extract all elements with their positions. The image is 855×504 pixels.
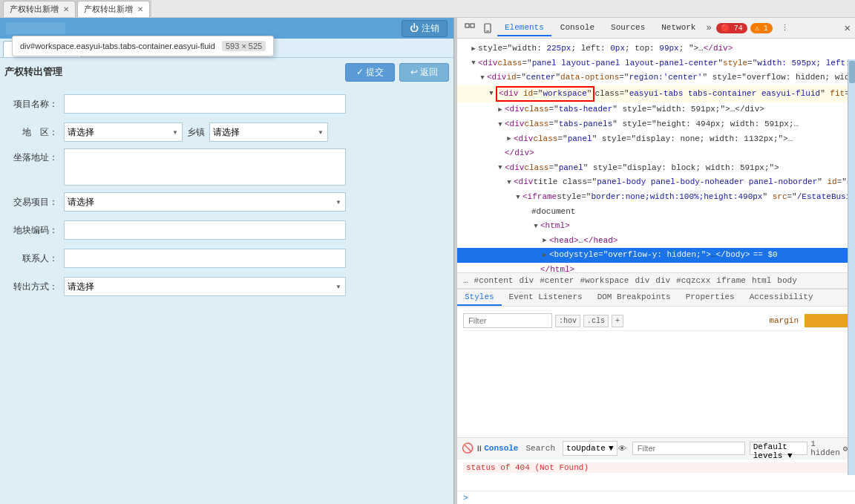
hov-filter-btn[interactable]: :hov [555,315,580,327]
dom-line-document[interactable]: ▶ #document [457,205,855,220]
devtools-close-button[interactable]: ✕ [845,22,851,34]
expand-0[interactable]: ▶ [469,44,478,54]
submit-label: 提交 [366,66,384,79]
error-prefix: status of 404 (Not Found) [466,463,589,472]
console-input-row: > [457,491,855,504]
console-context-select[interactable]: toUpdate ▼ [563,441,617,456]
dom-line-iframe[interactable]: ▼ <iframe style="border:none;width:100%;… [457,190,855,205]
form-row-contact: 联系人： [4,246,449,270]
browser-tab-2[interactable]: 产权转出新增 ✕ [77,1,150,17]
expand-iframe[interactable]: ▼ [514,192,522,203]
label-region: 地 区： [4,126,64,139]
expand-tabs-header[interactable]: ▶ [496,105,505,115]
dom-line-head[interactable]: ▶ <head>…</head> [457,234,855,249]
dom-line-1[interactable]: ▼ <div class="panel layout-panel layout-… [457,56,855,71]
console-content: status of 404 (Not Found) [457,459,855,491]
breadcrumb-div3[interactable]: div [655,276,670,285]
expand-1[interactable]: ▼ [469,58,478,68]
expand-panel-none[interactable]: ▶ [505,134,514,144]
browser-tab-2-label: 产权转出新增 [84,4,133,15]
breadcrumb-div1[interactable]: div [519,276,534,285]
form-toolbar: ✓ 提交 ↩ 返回 [345,63,449,82]
tab-dom-breakpoints[interactable]: DOM Breakpoints [590,289,678,306]
dom-line-close-1[interactable]: ▶ </div> [457,146,855,161]
tab-properties[interactable]: Properties [678,289,742,306]
equals-dollar-0: == $0 [753,249,778,262]
add-rule-btn[interactable]: + [612,315,623,327]
dom-line-panel-none[interactable]: ▶ <div class="panel" style="display: non… [457,132,855,147]
devtools-tab-elements[interactable]: Elements [497,20,551,36]
input-code[interactable] [64,220,346,240]
breadcrumb-workspace[interactable]: #workspace [580,276,629,285]
breadcrumb-dots[interactable]: … [463,276,468,285]
breadcrumb-content[interactable]: #content [474,276,514,285]
dom-line-workspace[interactable]: ▼ <div id="workspace" class="easyui-tabs… [457,85,855,103]
dom-line-0[interactable]: ▶ style="width: 225px; left: 0px; top: 9… [457,42,855,56]
console-level-select[interactable]: Default levels ▼ [750,442,808,455]
dom-line-tabs-panels[interactable]: ▼ <div class="tabs-panels" style="height… [457,117,855,132]
breadcrumb-center[interactable]: #center [540,276,574,285]
tab-styles[interactable]: Styles [457,289,502,306]
expand-body[interactable]: ▶ [540,250,549,261]
filter-bar: :hov .cls + margin [463,311,849,331]
dom-line-panel-body[interactable]: ▼ <div title class="panel-body panel-bod… [457,175,855,190]
select-region[interactable]: 请选择 [64,122,183,142]
breadcrumb-body[interactable]: body [777,276,796,285]
expand-panel-block[interactable]: ▼ [496,163,505,173]
expand-panel-body[interactable]: ▼ [505,177,514,188]
expand-html[interactable]: ▼ [531,221,540,232]
devtools-breadcrumb: … #content div #center #workspace div di… [457,272,855,289]
browser-tab-1[interactable]: 产权转出新增 ✕ [3,1,76,17]
expand-2[interactable]: ▼ [478,73,487,83]
dom-line-2[interactable]: ▼ <div id="center" data-options="region:… [457,71,855,85]
breadcrumb-cqzcxx[interactable]: #cqzcxx [676,276,710,285]
breadcrumb-html[interactable]: html [752,276,771,285]
dom-line-panel-block[interactable]: ▼ <div class="panel" style="display: blo… [457,161,855,176]
device-icon[interactable] [479,20,496,36]
devtools-more-tabs[interactable]: » [706,23,711,33]
filter-input[interactable] [463,313,552,328]
dom-line-tabs-header[interactable]: ▶ <div class="tabs-header" style="width:… [457,102,855,117]
tab-event-listeners[interactable]: Event Listeners [502,289,590,306]
console-tab-search[interactable]: Search [525,444,555,453]
devtools-menu-icon[interactable]: ⋮ [777,20,793,36]
logout-button[interactable]: ⏻ 注销 [402,20,448,37]
inspect-icon[interactable] [462,20,478,36]
select-trade[interactable]: 请选择 [64,192,346,212]
form-row-code: 地块编码： [4,218,449,242]
dom-line-html[interactable]: ▼ <html> [457,219,855,234]
console-tab-console[interactable]: Console [484,444,518,453]
select-town[interactable]: 请选择 [209,122,328,142]
devtools-bottom: Styles Event Listeners DOM Breakpoints P… [457,289,855,437]
back-button[interactable]: ↩ 返回 [399,63,449,82]
console-pause-icon[interactable]: ⏸ [474,440,484,456]
input-project[interactable] [64,94,346,114]
console-eye-icon[interactable]: 👁 [618,440,628,456]
dom-line-close-html[interactable]: ▶ </html> [457,263,855,272]
console-filter-input[interactable] [632,442,745,455]
select-transfer-type[interactable]: 请选择 [64,277,346,296]
console-clear-icon[interactable]: 🚫 [462,440,474,456]
expand-workspace[interactable]: ▼ [487,88,496,99]
console-prompt: > [463,494,468,503]
console-input[interactable] [473,493,849,503]
textarea-address[interactable] [64,148,346,186]
input-contact[interactable] [64,249,346,268]
warn-badge: ⚠ 1 [750,23,773,33]
form-container: 项目名称： 地 区： 请选择 乡镇 请选择 [4,92,449,298]
tab-accessibility[interactable]: Accessibility [742,289,821,306]
browser-tab-2-close[interactable]: ✕ [137,5,143,13]
devtools-tab-network[interactable]: Network [654,20,703,36]
highlighted-tag: <div id="workspace" [496,86,594,102]
expand-head[interactable]: ▶ [540,235,549,246]
breadcrumb-div2[interactable]: div [635,276,649,285]
devtools-tab-console[interactable]: Console [553,20,602,36]
breadcrumb-iframe[interactable]: iframe [716,276,746,285]
browser-tab-1-close[interactable]: ✕ [63,5,69,13]
submit-button[interactable]: ✓ 提交 [345,63,395,82]
cls-filter-btn[interactable]: .cls [583,315,609,327]
devtools-tab-sources[interactable]: Sources [603,20,652,36]
execute-context-label: toUpdate [566,444,606,453]
expand-tabs-panels[interactable]: ▼ [496,120,505,130]
dom-line-body[interactable]: ▶ <body style="overflow-y: hidden;">…</b… [457,248,855,263]
